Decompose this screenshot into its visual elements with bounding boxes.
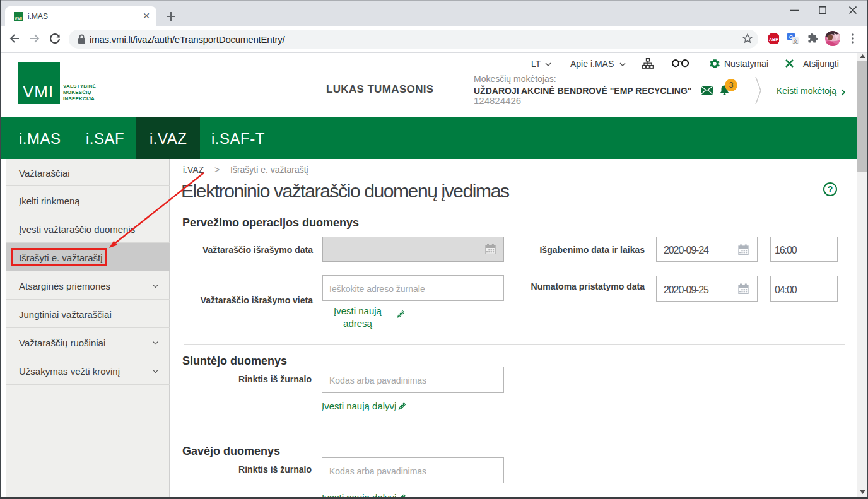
svg-text:文: 文 bbox=[793, 38, 799, 44]
svg-text:ABP: ABP bbox=[769, 37, 778, 42]
